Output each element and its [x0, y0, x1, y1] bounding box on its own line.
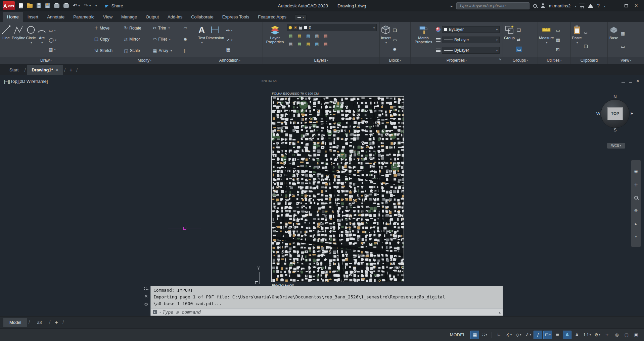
- paste-button[interactable]: Paste: [572, 23, 582, 57]
- command-recent-dropdown[interactable]: [159, 309, 161, 315]
- quick-select-tool[interactable]: [555, 28, 561, 33]
- command-customize-icon[interactable]: [144, 302, 148, 307]
- quick-dimension-tool[interactable]: [225, 28, 233, 33]
- store-cart-icon[interactable]: [580, 4, 584, 7]
- search-input[interactable]: [456, 2, 530, 9]
- layer-thaw-sun-icon[interactable]: [293, 25, 297, 30]
- annotation-scale-button[interactable]: 1:1: [582, 331, 592, 339]
- plot-button[interactable]: [54, 4, 59, 8]
- group-edit-tool[interactable]: [516, 27, 522, 33]
- match-properties-button[interactable]: Match Properties: [412, 23, 435, 57]
- explode-tool[interactable]: [183, 34, 195, 45]
- layer-freeze-icon[interactable]: ▤: [305, 33, 312, 39]
- layer-match-icon[interactable]: ▤: [287, 41, 294, 47]
- properties-panel-label[interactable]: Properties⇘: [411, 57, 503, 64]
- app-menu-button[interactable]: A CAD: [3, 1, 15, 10]
- ungroup-tool[interactable]: [516, 37, 522, 42]
- copy-tool[interactable]: Copy: [94, 34, 121, 45]
- command-drag-handle[interactable]: [144, 287, 149, 290]
- layer-previous-icon[interactable]: ▤: [296, 41, 303, 47]
- graphics-performance-toggle[interactable]: [622, 331, 631, 339]
- layer-lock-tool-icon[interactable]: ▤: [314, 33, 320, 39]
- publish-button[interactable]: [63, 4, 69, 8]
- tab-featured-apps[interactable]: Featured Apps: [254, 12, 291, 22]
- viewport-restore-icon[interactable]: [629, 80, 632, 83]
- linetype-dropdown[interactable]: ByLayer: [442, 47, 500, 54]
- measure-button[interactable]: Measure: [539, 23, 554, 57]
- layer-dropdown[interactable]: 0: [287, 24, 377, 31]
- orbit-icon[interactable]: [634, 208, 638, 213]
- minimize-button[interactable]: [611, 1, 621, 10]
- command-input[interactable]: [163, 309, 497, 315]
- tab-collaborate[interactable]: Collaborate: [187, 12, 218, 22]
- edit-attributes-tool[interactable]: [392, 47, 398, 52]
- layout-tab-model[interactable]: Model: [3, 318, 27, 327]
- named-views-tool[interactable]: [620, 44, 626, 49]
- view-panel-label[interactable]: View: [608, 57, 644, 64]
- layer-isolate-icon[interactable]: ▤: [296, 33, 303, 39]
- search-icon[interactable]: [533, 4, 537, 8]
- rectangle-tool[interactable]: [48, 28, 57, 33]
- wcs-menu[interactable]: WCS: [607, 143, 625, 149]
- viewcube-east[interactable]: E: [629, 111, 635, 116]
- draw-panel-label[interactable]: Draw: [0, 57, 92, 64]
- cut-tool[interactable]: [583, 31, 589, 36]
- tab-insert[interactable]: Insert: [23, 12, 43, 22]
- viewcube-south[interactable]: S: [612, 127, 618, 132]
- navbar-more-icon[interactable]: ▾: [635, 235, 637, 238]
- line-tool[interactable]: Line: [1, 23, 11, 57]
- grid-toggle[interactable]: [470, 331, 479, 339]
- clean-screen-button[interactable]: [632, 331, 641, 339]
- group-selection-toggle[interactable]: [516, 47, 522, 52]
- tab-add-ins[interactable]: Add-ins: [163, 12, 187, 22]
- layer-off-icon[interactable]: ▤: [287, 33, 294, 39]
- close-tab-icon[interactable]: [56, 65, 58, 75]
- modify-panel-label[interactable]: Modify: [92, 57, 197, 64]
- clipboard-panel-label[interactable]: Clipboard: [571, 57, 607, 64]
- quick-calculator-tool[interactable]: [555, 38, 561, 43]
- undo-button[interactable]: [73, 3, 80, 9]
- insert-block-button[interactable]: Insert: [381, 23, 391, 57]
- polar-tracking-toggle[interactable]: [504, 331, 513, 339]
- erase-tool[interactable]: [183, 23, 195, 34]
- layer-lock-icon[interactable]: [299, 27, 302, 30]
- layout-tab-a3[interactable]: a3: [31, 318, 48, 327]
- autodesk-logo-icon[interactable]: [588, 4, 593, 8]
- user-avatar-icon[interactable]: [541, 3, 545, 8]
- viewcube-west[interactable]: W: [596, 111, 601, 116]
- layer-properties-button[interactable]: Layer Properties: [264, 23, 286, 57]
- close-button[interactable]: [631, 1, 641, 10]
- new-layout-button[interactable]: +: [51, 320, 61, 326]
- layer-unlock-icon[interactable]: ▤: [314, 41, 320, 47]
- hatch-tool[interactable]: [48, 47, 57, 52]
- maximize-button[interactable]: [621, 1, 631, 10]
- move-tool[interactable]: Move: [94, 23, 121, 34]
- command-recent-icon[interactable]: ▸: [153, 310, 157, 314]
- rotate-tool[interactable]: Rotate: [123, 23, 149, 34]
- isodraft-toggle[interactable]: [514, 331, 523, 339]
- redo-button[interactable]: [84, 3, 91, 9]
- table-tool[interactable]: [225, 47, 233, 52]
- ribbon-display-toggle[interactable]: [295, 14, 307, 20]
- full-navigation-wheel-icon[interactable]: [634, 169, 638, 174]
- array-tool[interactable]: Array: [152, 45, 180, 56]
- layer-make-current-icon[interactable]: ▤: [322, 33, 329, 39]
- qat-customize-button[interactable]: [95, 4, 97, 7]
- showmotion-icon[interactable]: [635, 221, 637, 226]
- user-menu-dropdown[interactable]: [574, 3, 576, 8]
- signed-in-user[interactable]: m.martins2: [549, 3, 570, 8]
- new-file-button[interactable]: [19, 3, 23, 8]
- viewport-config-tool[interactable]: [620, 31, 626, 36]
- polyline-tool[interactable]: Polyline: [12, 23, 25, 57]
- dynamic-input-toggle[interactable]: [534, 331, 542, 339]
- block-panel-label[interactable]: Block: [380, 57, 410, 64]
- circle-tool[interactable]: Circle: [26, 23, 36, 57]
- save-button[interactable]: [37, 3, 41, 8]
- new-drawing-tab-button[interactable]: +: [67, 65, 75, 75]
- model-space-button[interactable]: MODEL: [446, 333, 469, 337]
- arc-tool[interactable]: Arc: [37, 23, 47, 57]
- tab-manage[interactable]: Manage: [117, 12, 141, 22]
- annotation-panel-label[interactable]: Annotation: [197, 57, 263, 64]
- group-button[interactable]: Group: [504, 23, 515, 57]
- linetype-icon[interactable]: [436, 49, 441, 52]
